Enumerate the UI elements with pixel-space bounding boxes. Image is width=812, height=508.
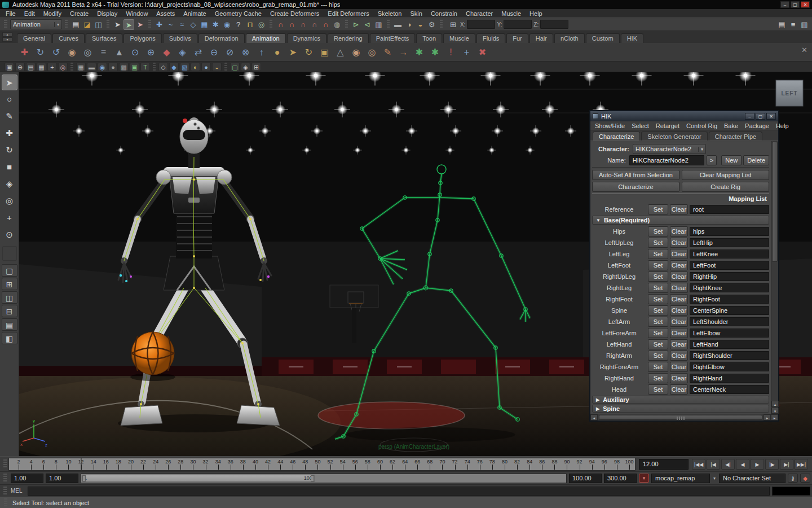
soft-modification-tool-icon[interactable]: ◎ — [2, 193, 17, 209]
collapsed-section[interactable]: ▶ Auxiliary — [592, 396, 769, 404]
set-key-icon[interactable]: ⚷ — [788, 474, 798, 483]
shelf-tab[interactable]: Muscle — [443, 33, 475, 43]
clear-button[interactable]: Clear — [670, 305, 688, 316]
range-slider-grip[interactable] — [3, 474, 7, 483]
scale-constraint-icon[interactable]: ▣ — [317, 45, 332, 60]
hik-menu-item[interactable]: Package — [745, 122, 769, 129]
set-button[interactable]: Set — [648, 351, 668, 361]
close-window-button[interactable]: ✕ — [801, 1, 810, 8]
set-button[interactable]: Set — [648, 328, 668, 338]
shelf-tab[interactable]: nCloth — [554, 33, 585, 43]
animation-start-field[interactable]: 1.00 — [11, 474, 43, 483]
mask-handles-icon[interactable]: ~ — [165, 19, 176, 30]
snap-to-projected-center-icon[interactable]: ∩ — [309, 19, 320, 30]
scroll-up-icon[interactable]: ▴ — [771, 401, 779, 407]
menu-item[interactable]: Geometry Cache — [215, 10, 262, 17]
shaded-display-icon[interactable]: ◆ — [169, 63, 179, 71]
paint-selection-tool-icon[interactable]: ✎ — [2, 108, 17, 124]
current-frame-field[interactable]: 12.00 — [639, 459, 689, 470]
viewport-3d[interactable]: LEFT — [19, 72, 812, 456]
mel-label[interactable]: MEL — [11, 488, 25, 494]
shelf-tab[interactable]: Fluids — [476, 33, 505, 43]
snap-to-curve-icon[interactable]: ∩ — [286, 19, 297, 30]
copy-skin-weights-icon[interactable]: → — [396, 45, 411, 60]
select-by-hierarchy-icon[interactable]: ➤ — [112, 19, 123, 30]
remove-joint-icon[interactable]: ⊖ — [206, 45, 222, 60]
clear-button[interactable]: Clear — [670, 328, 688, 338]
mapping-value-field[interactable]: LeftFoot — [690, 261, 769, 270]
hik-minimize-button[interactable]: – — [745, 113, 754, 120]
set-button[interactable]: Set — [648, 271, 668, 282]
hik-horizontal-scrollbar[interactable]: ◂ ▸ ▸ — [590, 414, 778, 421]
auto-keyframe-toggle-icon[interactable]: ◆ — [800, 474, 810, 483]
field-chart-icon[interactable]: ▩ — [119, 63, 129, 71]
set-button[interactable]: Set — [648, 238, 668, 248]
menu-item[interactable]: Skeleton — [378, 10, 402, 17]
mapping-value-field[interactable]: RightShoulder — [690, 351, 769, 360]
pole-vector-icon[interactable]: △ — [333, 45, 348, 60]
scroll-down-icon[interactable]: ▾ — [771, 408, 779, 414]
shelf-tab[interactable]: Curves — [52, 33, 85, 43]
scrollbar-thumb[interactable] — [599, 415, 762, 420]
persp-graph-layout-button[interactable]: ▤ — [2, 318, 17, 331]
go-to-end-button[interactable]: ▶▶| — [795, 459, 808, 470]
menu-item[interactable]: Character — [466, 10, 493, 17]
new-scene-icon[interactable]: ▤ — [70, 19, 81, 30]
menu-set-selector[interactable]: Animation ▾ — [10, 19, 62, 29]
select-tool-icon[interactable]: ➤ — [2, 75, 17, 90]
scroll-left-icon[interactable]: ◂ — [590, 414, 598, 421]
scale-tool-icon[interactable]: ■ — [2, 159, 17, 175]
current-time-marker[interactable] — [81, 458, 82, 470]
playback-start-field[interactable]: 1.00 — [46, 474, 78, 483]
clear-mapping-list-button[interactable]: Clear Mapping List — [682, 170, 769, 180]
show-manipulator-tool-icon[interactable]: + — [2, 210, 17, 226]
set-button[interactable]: Set — [648, 249, 668, 259]
snap-to-grid-icon[interactable]: ∩ — [275, 19, 286, 30]
clear-button[interactable]: Clear — [670, 339, 688, 349]
image-plane-icon[interactable]: ▦ — [37, 63, 46, 71]
zoom-select-icon[interactable]: ◎ — [58, 63, 68, 71]
mask-dynamics-icon[interactable]: ✱ — [210, 19, 221, 30]
menu-item[interactable]: Assets — [156, 10, 175, 17]
time-slider-grip[interactable] — [3, 459, 7, 468]
construction-history-icon[interactable]: ▥ — [373, 19, 384, 30]
clear-button[interactable]: Clear — [670, 362, 688, 372]
delete-character-button[interactable]: Delete — [743, 155, 769, 165]
menu-item[interactable]: Modify — [43, 10, 61, 17]
film-gate-icon[interactable]: ▬ — [87, 63, 96, 71]
clear-button[interactable]: Clear — [670, 238, 688, 248]
range-slider-track[interactable]: 1 100 — [81, 474, 567, 483]
shelf-tab[interactable]: Rendering — [328, 33, 369, 43]
rotate-joint-icon[interactable]: ↻ — [33, 45, 48, 60]
attribute-editor-toggle-icon[interactable]: ▤ — [776, 19, 787, 30]
output-connections-icon[interactable]: ⊲ — [362, 19, 373, 30]
play-forward-button[interactable]: ▶ — [751, 459, 764, 470]
clear-button[interactable]: Clear — [670, 271, 688, 282]
hik-menu-item[interactable]: Show/Hide — [595, 122, 625, 129]
mirror-joint-icon[interactable]: ⇄ — [191, 45, 206, 60]
hik-close-button[interactable]: ✕ — [766, 113, 776, 120]
insert-joint-icon[interactable]: ⊕ — [143, 45, 158, 60]
go-to-start-button[interactable]: |◀◀ — [692, 459, 705, 470]
character-dropdown[interactable]: HIKCharacterNode2 ▾ — [633, 144, 706, 154]
disconnect-joint-icon[interactable]: ⊘ — [222, 45, 237, 60]
orient-constraint-icon[interactable]: ↻ — [301, 45, 316, 60]
aim-constraint-icon[interactable]: ➤ — [285, 45, 301, 60]
xray-display-icon[interactable]: ◒ — [212, 63, 222, 71]
clear-button[interactable]: Clear — [670, 373, 688, 383]
render-settings-icon[interactable]: ⚙ — [426, 19, 437, 30]
shelf-tab[interactable]: General — [17, 33, 51, 43]
set-button[interactable]: Set — [648, 362, 668, 372]
menu-item[interactable]: Help — [529, 10, 542, 17]
clear-button[interactable]: Clear — [670, 249, 688, 259]
default-material-icon[interactable]: ● — [201, 63, 211, 71]
mapping-value-field[interactable]: LeftHip — [690, 238, 769, 247]
delete-shelf-item-icon[interactable]: ✕ — [799, 45, 810, 55]
set-button[interactable]: Set — [648, 260, 668, 270]
create-rig-button[interactable]: Create Rig — [682, 182, 769, 192]
all-lights-icon[interactable]: ◐ — [191, 63, 200, 71]
select-by-object-icon[interactable]: ➤ — [123, 19, 134, 30]
single-pane-layout-button[interactable]: ▢ — [2, 264, 17, 277]
ik-spline-handle-icon[interactable]: ◈ — [175, 45, 190, 60]
head-cluster-icon[interactable]: ◎ — [364, 45, 379, 60]
